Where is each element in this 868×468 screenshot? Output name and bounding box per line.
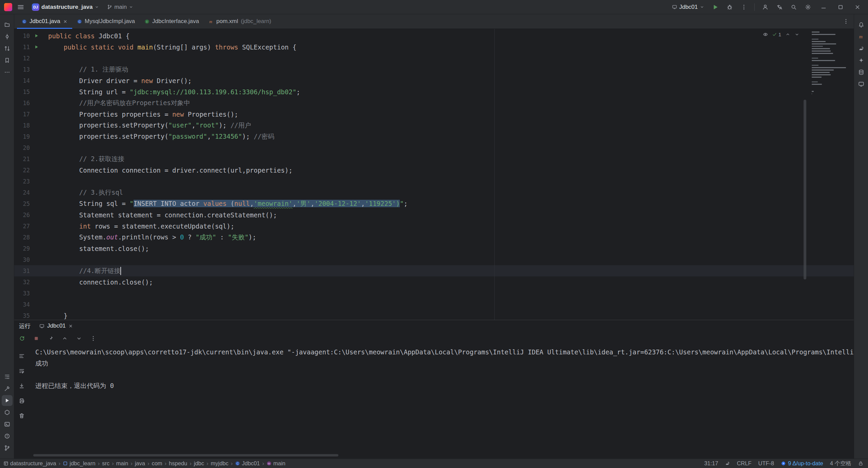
code-line[interactable]: 11 public static void main(String[] args… bbox=[14, 41, 854, 53]
breadcrumb-item-main[interactable]: mmain bbox=[267, 460, 285, 467]
code-line[interactable]: 22 Connection connection = driver.connec… bbox=[14, 164, 854, 176]
code-line[interactable]: 28 System.out.println(rows > 0 ? "成功" : … bbox=[14, 232, 854, 243]
softwrap-button[interactable] bbox=[17, 366, 26, 376]
run-configuration-selector[interactable]: Jdbc01 bbox=[669, 2, 707, 12]
tool-window-button-notifications[interactable] bbox=[856, 19, 867, 30]
tool-window-button-structure[interactable] bbox=[2, 371, 13, 382]
tool-window-button-monitor[interactable] bbox=[856, 79, 867, 90]
code-line[interactable]: 33 bbox=[14, 288, 854, 299]
code-line[interactable]: 26 Statement statement = connection.crea… bbox=[14, 209, 854, 220]
breadcrumb-item-Jdbc01[interactable]: CJdbc01 bbox=[235, 460, 260, 467]
code-line[interactable]: 14 Driver driver = new Driver(); bbox=[14, 75, 854, 86]
plugin-status[interactable]: 9 Δ/up-to-date bbox=[781, 460, 823, 467]
tool-window-button-bookmarks[interactable] bbox=[2, 55, 13, 66]
code-line[interactable]: 12 bbox=[14, 53, 854, 64]
options-button[interactable] bbox=[17, 351, 26, 361]
close-button[interactable] bbox=[850, 0, 865, 14]
tool-window-button-ai[interactable] bbox=[856, 55, 867, 66]
write-access[interactable] bbox=[858, 461, 863, 466]
tool-window-button-more[interactable] bbox=[2, 67, 13, 78]
inspections-widget[interactable]: 1 bbox=[763, 32, 800, 37]
code-line[interactable]: 24 // 3.执行sql bbox=[14, 187, 854, 198]
encoding[interactable]: UTF-8 bbox=[758, 460, 774, 467]
tab-pom.xml[interactable]: mpom.xml (jdbc_learn) bbox=[204, 14, 276, 28]
chevron-up-button[interactable] bbox=[60, 333, 70, 344]
close-tab-icon[interactable] bbox=[63, 19, 67, 24]
code-line[interactable]: 20 bbox=[14, 142, 854, 153]
chevron-down-button[interactable] bbox=[74, 333, 84, 344]
more-run-actions-button[interactable] bbox=[738, 1, 750, 13]
editor-scrollbar[interactable] bbox=[804, 100, 806, 279]
line-separator[interactable]: CRLF bbox=[737, 460, 751, 467]
code-line[interactable]: 35 } bbox=[14, 310, 854, 320]
rerun-button[interactable] bbox=[17, 333, 27, 344]
kebab-button[interactable] bbox=[88, 333, 98, 344]
code-line[interactable]: 18 properties.setProperty("user","root")… bbox=[14, 120, 854, 131]
code-with-me-button[interactable] bbox=[760, 1, 771, 13]
stop-button[interactable] bbox=[31, 333, 41, 344]
minimap[interactable] bbox=[808, 30, 854, 96]
code-line[interactable]: 29 statement.close(); bbox=[14, 243, 854, 254]
scrollend-button[interactable] bbox=[17, 381, 26, 391]
code-line[interactable]: 31 //4.断开链接 bbox=[14, 265, 854, 276]
code-line[interactable]: 23 bbox=[14, 176, 854, 187]
breadcrumb-item-java[interactable]: java bbox=[135, 460, 145, 467]
code-line[interactable]: 32 connection.close(); bbox=[14, 276, 854, 288]
search-everywhere-button[interactable] bbox=[788, 1, 800, 13]
trash-button[interactable] bbox=[17, 411, 26, 421]
indent-style[interactable]: 4 个空格 bbox=[830, 460, 851, 467]
tab-options-button[interactable] bbox=[838, 14, 854, 28]
breadcrumb-item-jdbc[interactable]: jdbc bbox=[194, 460, 204, 467]
debug-button[interactable] bbox=[724, 1, 735, 13]
tool-window-button-database[interactable] bbox=[856, 67, 867, 78]
code-line[interactable]: 21 // 2.获取连接 bbox=[14, 153, 854, 164]
code-line[interactable]: 13 // 1. 注册驱动 bbox=[14, 64, 854, 75]
minimize-button[interactable] bbox=[816, 0, 831, 14]
code-line[interactable]: 27 int rows = statement.executeUpdate(sq… bbox=[14, 220, 854, 232]
code-line[interactable]: 25 String sql = "INSERT INTO actor value… bbox=[14, 198, 854, 209]
highlighting-level-icon[interactable] bbox=[763, 32, 768, 37]
print-button[interactable] bbox=[17, 396, 26, 406]
tab-JdbcInterface.java[interactable]: IJdbcInterface.java bbox=[140, 14, 204, 28]
code-line[interactable]: 16 //用户名密码放在Properties对象中 bbox=[14, 97, 854, 109]
caret-position[interactable]: 31:17 bbox=[704, 460, 718, 467]
run-gutter-icon[interactable] bbox=[34, 33, 39, 38]
tool-window-button-terminal[interactable] bbox=[2, 419, 13, 430]
tool-window-button-version-control[interactable] bbox=[2, 443, 13, 453]
breadcrumb-item-com[interactable]: com bbox=[152, 460, 162, 467]
console-horizontal-scrollbar[interactable] bbox=[33, 454, 338, 456]
tool-window-button-build[interactable] bbox=[2, 383, 13, 394]
code-line[interactable]: 34 bbox=[14, 299, 854, 310]
code-editor[interactable]: 10public class Jdbc01 {11 public static … bbox=[14, 29, 854, 320]
breadcrumb-item-src[interactable]: src bbox=[102, 460, 110, 467]
breadcrumb-item-hspedu[interactable]: hspedu bbox=[169, 460, 187, 467]
translate-button[interactable] bbox=[774, 1, 785, 13]
next-problem-icon[interactable] bbox=[794, 32, 800, 37]
tab-Jdbc01.java[interactable]: CJdbc01.java bbox=[17, 14, 72, 28]
breadcrumb-item-main[interactable]: main bbox=[116, 460, 128, 467]
run-gutter-icon[interactable] bbox=[34, 44, 39, 50]
gradle-status[interactable] bbox=[725, 461, 730, 466]
tool-window-button-commit[interactable] bbox=[2, 31, 13, 42]
breadcrumb-item-datastructure_java[interactable]: datastructure_java bbox=[3, 460, 56, 467]
vcs-branch-widget[interactable]: main bbox=[104, 2, 136, 12]
maximize-button[interactable] bbox=[833, 0, 848, 14]
close-tab-icon[interactable] bbox=[68, 324, 73, 328]
project-widget[interactable]: DJ datastructure_java bbox=[29, 2, 102, 13]
tool-window-button-run[interactable] bbox=[2, 395, 13, 406]
code-line[interactable]: 15 String url = "jdbc:mysql://100.113.19… bbox=[14, 86, 854, 97]
code-line[interactable]: 19 properties.setProperty("password","12… bbox=[14, 131, 854, 142]
run-tab[interactable]: Jdbc01 bbox=[37, 321, 76, 331]
tool-window-button-folder[interactable] bbox=[2, 19, 13, 30]
run-button[interactable] bbox=[710, 1, 721, 13]
breadcrumb-item-myjdbc[interactable]: myjdbc bbox=[211, 460, 229, 467]
previous-problem-icon[interactable] bbox=[785, 32, 790, 37]
run-console[interactable]: C:\Users\meowrain\scoop\apps\corretto17-… bbox=[29, 345, 854, 459]
tool-window-button-maven[interactable]: m bbox=[856, 31, 867, 42]
code-line[interactable]: 10public class Jdbc01 { bbox=[14, 30, 854, 41]
pin-button[interactable] bbox=[45, 333, 56, 344]
main-menu-button[interactable] bbox=[15, 1, 26, 13]
settings-button[interactable] bbox=[802, 1, 814, 13]
breadcrumb-item-jdbc_learn[interactable]: jdbc_learn bbox=[63, 460, 95, 467]
tab-MysqlJdbcImpl.java[interactable]: CMysqlJdbcImpl.java bbox=[72, 14, 140, 28]
